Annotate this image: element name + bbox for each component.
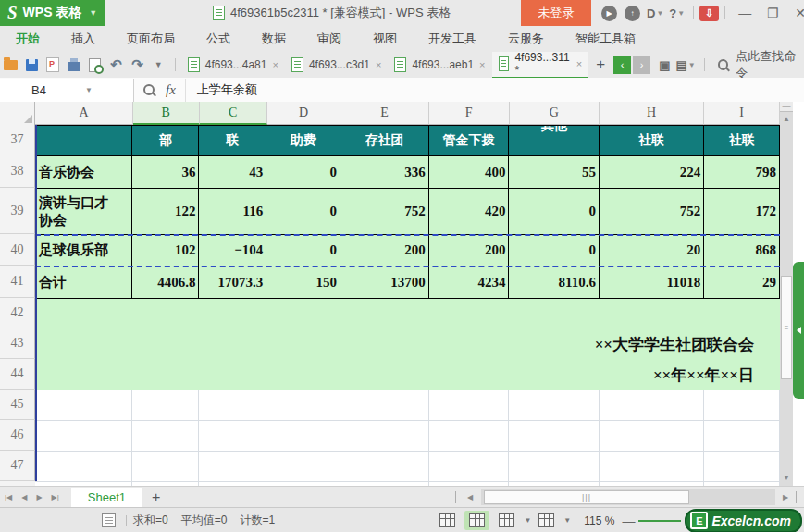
insert-function-button[interactable]: fx: [166, 82, 176, 98]
split-handle[interactable]: —: [780, 102, 793, 112]
export-pdf-button[interactable]: [43, 55, 64, 75]
zoom-out-button[interactable]: —: [622, 513, 635, 528]
cell-I46[interactable]: [704, 421, 780, 452]
document-tab-3[interactable]: 4f693...311 *×: [492, 52, 589, 79]
menu-tab-页面布局[interactable]: 页面布局: [111, 26, 191, 52]
cell-F40[interactable]: 200: [429, 235, 510, 266]
skin-menu-button[interactable]: D▼: [647, 6, 663, 20]
print-preview-button[interactable]: [84, 55, 105, 75]
cell-E38[interactable]: 336: [340, 156, 429, 189]
cell-I41[interactable]: 29: [704, 266, 780, 299]
horizontal-scrollbar[interactable]: |||: [481, 489, 775, 505]
cell-E46[interactable]: [340, 421, 429, 452]
cell-I45[interactable]: [704, 390, 780, 421]
cell-F47[interactable]: [429, 452, 510, 482]
document-tab-0[interactable]: 4f693...4a81×: [181, 53, 285, 78]
column-header-E[interactable]: E: [340, 102, 429, 125]
menu-tab-云服务[interactable]: 云服务: [492, 26, 560, 52]
cell-B47[interactable]: [132, 452, 199, 482]
task-pane-toggle[interactable]: [793, 262, 804, 399]
cell-D37[interactable]: 助费: [266, 126, 340, 156]
cell-G37[interactable]: 其他: [509, 126, 600, 156]
cell-I47[interactable]: [704, 452, 780, 482]
cell-H41[interactable]: 11018: [600, 266, 704, 299]
undo-button[interactable]: ↶: [105, 55, 127, 75]
cell-B41[interactable]: 4406.8: [132, 266, 199, 299]
vertical-scrollbar[interactable]: — ▲ ≡ ▼: [780, 102, 793, 486]
zoom-level[interactable]: 115 %: [584, 514, 614, 527]
close-tab-icon[interactable]: ×: [576, 58, 582, 69]
add-sheet-button[interactable]: +: [142, 489, 169, 506]
cell-E45[interactable]: [340, 390, 429, 421]
first-sheet-button[interactable]: |◀: [0, 493, 17, 501]
formula-input[interactable]: 上学年余额: [186, 81, 257, 98]
row-header-37[interactable]: 37: [0, 125, 35, 155]
close-button[interactable]: ✕: [786, 0, 804, 26]
cell-G47[interactable]: [509, 452, 600, 482]
cell-C47[interactable]: [199, 452, 266, 482]
menu-tab-开发工具[interactable]: 开发工具: [413, 26, 492, 52]
cell-F46[interactable]: [429, 421, 510, 452]
cell-I37[interactable]: 社联: [704, 126, 780, 156]
help-menu-button[interactable]: ?▼: [669, 6, 685, 20]
column-header-A[interactable]: A: [35, 102, 132, 125]
cell-D45[interactable]: [266, 390, 340, 421]
cell-H37[interactable]: 社联: [600, 126, 704, 156]
document-tab-1[interactable]: 4f693...c3d1×: [285, 53, 389, 78]
cell-A47[interactable]: [35, 452, 132, 482]
workspace-icon[interactable]: ▣: [659, 58, 670, 72]
cell-E47[interactable]: [340, 452, 429, 482]
cell-E40[interactable]: 200: [340, 235, 429, 266]
signature-block[interactable]: ××大学学生社团联合会××年××年××日: [35, 299, 780, 390]
cell-F39[interactable]: 420: [429, 189, 510, 235]
cell-E41[interactable]: 13700: [340, 266, 429, 299]
print-button[interactable]: [64, 55, 85, 75]
cell-C45[interactable]: [199, 390, 266, 421]
login-button[interactable]: 未登录: [521, 0, 591, 26]
cell-C41[interactable]: 17073.3: [199, 266, 266, 299]
menu-tab-视图[interactable]: 视图: [357, 26, 413, 52]
cell-A46[interactable]: [35, 421, 132, 452]
formula-search-icon[interactable]: [143, 84, 155, 95]
download-update-icon[interactable]: ⇩: [699, 6, 719, 21]
feedback-icon[interactable]: ▶: [601, 6, 617, 21]
hscroll-right-arrow[interactable]: ▶: [778, 493, 793, 501]
cell-H45[interactable]: [600, 390, 704, 421]
cell-G39[interactable]: 0: [509, 189, 600, 235]
scroll-down-arrow[interactable]: ▼: [780, 471, 793, 484]
cell-D40[interactable]: 0: [266, 235, 340, 266]
row-header-38[interactable]: 38: [0, 155, 35, 188]
sheet-tab-sheet1[interactable]: Sheet1: [71, 488, 142, 508]
cell-H47[interactable]: [600, 452, 704, 482]
close-tab-icon[interactable]: ×: [376, 59, 381, 70]
cell-D47[interactable]: [266, 452, 340, 482]
row-header-46[interactable]: 46: [0, 420, 35, 451]
column-header-B[interactable]: B: [133, 102, 200, 125]
cell-G46[interactable]: [509, 421, 600, 452]
menu-tab-开始[interactable]: 开始: [0, 26, 56, 52]
horizontal-scroll-thumb[interactable]: |||: [484, 490, 689, 504]
menu-tab-插入[interactable]: 插入: [56, 26, 111, 52]
cell-C40[interactable]: −104: [199, 235, 266, 266]
cell-C39[interactable]: 116: [199, 189, 266, 235]
row-header-43[interactable]: 43: [0, 328, 35, 359]
menu-tab-数据[interactable]: 数据: [246, 26, 302, 52]
cell-G40[interactable]: 0: [509, 235, 600, 266]
cell-B37[interactable]: 部: [132, 126, 199, 156]
wps-logo-button[interactable]: S WPS 表格 ▼: [0, 0, 105, 26]
cell-C46[interactable]: [199, 421, 266, 452]
column-header-H[interactable]: H: [600, 102, 704, 125]
menu-tab-审阅[interactable]: 审阅: [302, 26, 357, 52]
normal-view-button[interactable]: [432, 513, 463, 527]
cell-A41[interactable]: 合计: [35, 266, 132, 299]
cell-G45[interactable]: [509, 390, 600, 421]
cell-A40[interactable]: 足球俱乐部: [35, 235, 132, 266]
tab-list-button[interactable]: ▤▼: [675, 58, 695, 72]
row-header-40[interactable]: 40: [0, 234, 35, 266]
column-header-C[interactable]: C: [200, 102, 267, 125]
cell-F41[interactable]: 4234: [429, 266, 510, 299]
document-tab-2[interactable]: 4f693...aeb1×: [388, 53, 491, 78]
cell-I38[interactable]: 798: [704, 156, 780, 189]
vertical-scroll-thumb[interactable]: ≡: [781, 276, 792, 379]
zoom-slider[interactable]: [638, 520, 681, 522]
